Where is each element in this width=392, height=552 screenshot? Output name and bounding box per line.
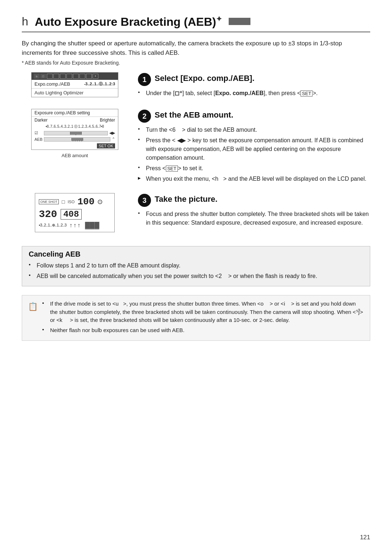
tick: [74, 132, 75, 135]
aeb-darker-brighter: Darker Brighter: [32, 117, 118, 123]
lcd-battery-icon: ▓▓▓: [85, 221, 99, 229]
tick: [74, 138, 74, 141]
step-2-bullets: Turn the <6 > dial to set the AEB amount…: [138, 126, 370, 183]
lcd-iso-value: 100: [77, 196, 94, 207]
step-3-title: Take the picture.: [155, 193, 217, 204]
step-1-title: Select [Expo. comp./AEB].: [155, 72, 254, 83]
intro-note: * AEB stands for Auto Exposure Bracketin…: [22, 60, 370, 66]
lcd-shutter: 320: [39, 209, 57, 220]
tick: [72, 138, 72, 141]
header-letter: h: [22, 15, 28, 28]
note-icon: 📋: [28, 300, 38, 313]
lcd-oneshot: ONE SHOT: [39, 199, 59, 204]
step-2-content: 2 Set the AEB amount. Turn the <6 > dial…: [134, 109, 370, 185]
step-3-row: ONE SHOT □ ISO 100 ⊙ 320 408 •3..2..1..⊕…: [22, 193, 370, 234]
header-bar: [229, 18, 250, 25]
menu-icon-5: [60, 74, 66, 79]
menu-icon-8: [79, 74, 85, 79]
aeb-bar-row: AEB: [32, 136, 118, 142]
lcd-row-3: •3..2..1..⊕..1..2..3 ↑↑↑ ▓▓▓: [39, 221, 111, 229]
menu-icon-10: ✶: [93, 74, 98, 79]
lcd-aperture: 408: [61, 209, 81, 220]
step-3-screenshots: ONE SHOT □ ISO 100 ⊙ 320 408 •3..2..1..⊕…: [22, 193, 134, 234]
menu-icon-1: b: [34, 74, 40, 79]
menu-icon-7: [73, 74, 79, 79]
screenshot-auto-row: Auto Lighting Optimizer: [32, 89, 118, 97]
page-number: 121: [360, 534, 370, 541]
brighter-label: Brighter: [100, 118, 115, 123]
page-title: Auto Exposure Bracketing (AEB)✦: [35, 15, 222, 29]
canceling-section: Canceling AEB Follow steps 1 and 2 to tu…: [22, 246, 370, 286]
canceling-title: Canceling AEB: [29, 250, 363, 258]
tick: [73, 132, 74, 135]
lcd-row-2: 320 408: [39, 209, 111, 220]
step-2-header: 2 Set the AEB amount.: [138, 109, 370, 123]
star-icon: ✦: [216, 15, 222, 23]
tick: [81, 138, 82, 142]
tick: [70, 132, 71, 135]
expo-label: Expo.comp./AEB: [34, 81, 70, 87]
tick: [78, 138, 79, 141]
step-3-bullet-1: Focus and press the shutter button compl…: [138, 210, 370, 227]
tick: [72, 132, 73, 135]
screenshot-menubar: b ◻ ✶: [32, 73, 118, 80]
note-bullet-2: Neither flash nor bulb exposures can be …: [42, 326, 364, 335]
page-header: h Auto Exposure Bracketing (AEB)✦: [22, 15, 370, 32]
ev-ticks: [44, 131, 107, 135]
lcd-square: □: [62, 199, 65, 205]
lcd-target-icon: ⊙: [97, 198, 103, 206]
step-1-screenshots: b ◻ ✶ Expo.comp./AEB -3..2..1..⓪..1.: [22, 72, 134, 101]
tick: [77, 138, 78, 142]
menu-icon-4: [53, 74, 59, 79]
tick: [82, 138, 83, 141]
note-bullet-1: If the drive mode is set to <u >, you mu…: [42, 300, 364, 324]
step-2-title: Set the AEB amount.: [155, 109, 233, 120]
expo-value: -3..2..1..⓪..1..2:3: [84, 81, 115, 87]
tick: [71, 132, 72, 135]
step-1-bullets: Under the [◻⁺] tab, select [Expo. comp./…: [138, 89, 370, 98]
tick: [75, 132, 76, 135]
ev-bar-track: [44, 131, 108, 135]
step-3-bullets: Focus and press the shutter button compl…: [138, 210, 370, 227]
step-1-content: 1 Select [Expo. comp./AEB]. Under the [◻…: [134, 72, 370, 99]
tick: [73, 138, 73, 142]
step-1-number: 1: [138, 73, 151, 86]
step-2-row: Exposure comp./AEB setting Darker Bright…: [22, 109, 370, 185]
step-2-bullet-2: Press the < ◀▶ > key to set the exposure…: [138, 136, 370, 162]
canceling-bullets: Follow steps 1 and 2 to turn off the AEB…: [29, 261, 363, 281]
tick: [77, 132, 77, 135]
screenshot-expo-row: Expo.comp./AEB -3..2..1..⓪..1..2:3: [32, 80, 118, 89]
step-3-content: 3 Take the picture. Focus and press the …: [134, 193, 370, 229]
note-bullets: If the drive mode is set to <u >, you mu…: [42, 300, 364, 334]
step-2-bullet-3: Press <SET> to set it.: [138, 164, 370, 173]
aeb-bar-track: [44, 137, 110, 142]
tick: [80, 138, 81, 141]
ev-icon: ☑: [34, 131, 42, 135]
step-3-header: 3 Take the picture.: [138, 193, 370, 207]
lcd-aeb-scale: •3..2..1..⊕..1..2..3: [39, 223, 66, 228]
menu-icons: b ◻ ✶: [34, 74, 98, 79]
menu-icon-9: [86, 74, 92, 79]
lcd-row-1: ONE SHOT □ ISO 100 ⊙: [39, 196, 111, 207]
tick: [75, 138, 75, 142]
aeb-amount-label: AEB amount: [62, 153, 88, 158]
tick: [76, 138, 77, 141]
tick: [81, 132, 82, 135]
ev-bar-row: ☑: [32, 130, 118, 136]
step-2-number: 2: [138, 110, 151, 123]
intro-text: By changing the shutter speed or apertur…: [22, 39, 348, 58]
darker-label: Darker: [34, 118, 48, 123]
step-2-arrow-1: When you exit the menu, <h > and the AEB…: [138, 175, 370, 183]
lcd-aeb-markers: ↑↑↑: [69, 222, 81, 229]
canceling-bullet-1: Follow steps 1 and 2 to turn off the AEB…: [29, 261, 363, 270]
tick: [79, 138, 80, 142]
note-section: 📋 If the drive mode is set to <u >, you …: [22, 295, 370, 341]
aeb-bar-icon: AEB: [34, 137, 42, 142]
screenshot-lcd: ONE SHOT □ ISO 100 ⊙ 320 408 •3..2..1..⊕…: [35, 193, 115, 232]
main-content: b ◻ ✶ Expo.comp./AEB -3..2..1..⓪..1.: [22, 72, 370, 341]
canceling-bullet-2: AEB will be canceled automatically when …: [29, 272, 363, 281]
step-3-number: 3: [138, 194, 151, 207]
screenshot-menu: b ◻ ✶ Expo.comp./AEB -3..2..1..⓪..1.: [31, 72, 118, 97]
menu-icon-3: [47, 74, 53, 79]
step-2-bullet-1: Turn the <6 > dial to set the AEB amount…: [138, 126, 370, 134]
